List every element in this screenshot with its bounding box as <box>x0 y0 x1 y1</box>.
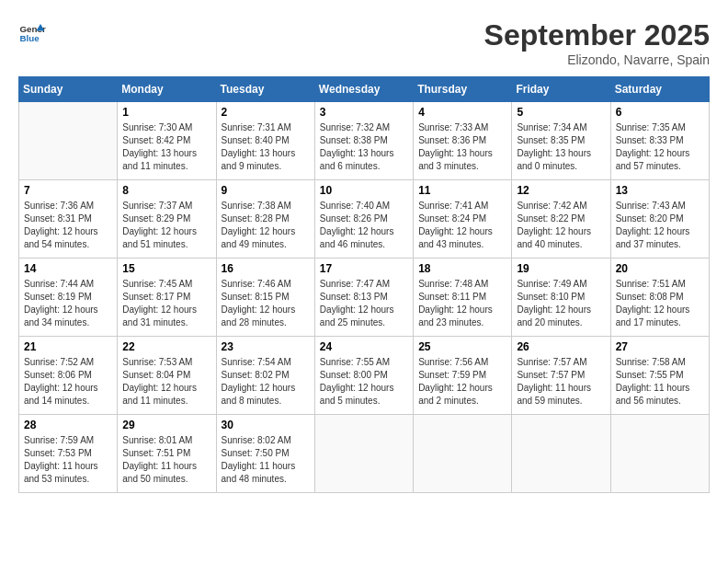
day-info: Sunrise: 7:33 AMSunset: 8:36 PMDaylight:… <box>418 121 506 173</box>
day-number: 29 <box>122 419 210 431</box>
day-info: Sunrise: 7:35 AMSunset: 8:33 PMDaylight:… <box>616 121 704 173</box>
day-info: Sunrise: 7:49 AMSunset: 8:10 PMDaylight:… <box>517 278 605 329</box>
day-number: 9 <box>222 184 310 197</box>
calendar-cell <box>414 415 512 493</box>
calendar-cell: 4Sunrise: 7:33 AMSunset: 8:36 PMDaylight… <box>414 102 512 180</box>
day-number: 4 <box>418 106 506 119</box>
day-number: 2 <box>222 106 310 119</box>
day-number: 30 <box>222 419 310 431</box>
weekday-header-monday: Monday <box>118 77 216 102</box>
day-number: 5 <box>517 106 605 119</box>
day-info: Sunrise: 8:01 AMSunset: 7:51 PMDaylight:… <box>122 434 210 486</box>
day-number: 3 <box>320 106 408 119</box>
calendar-cell <box>19 102 118 180</box>
calendar-cell: 7Sunrise: 7:36 AMSunset: 8:31 PMDaylight… <box>19 180 118 259</box>
day-number: 16 <box>222 262 310 275</box>
logo: General Blue <box>18 18 46 46</box>
calendar-cell: 29Sunrise: 8:01 AMSunset: 7:51 PMDayligh… <box>118 415 216 493</box>
day-info: Sunrise: 7:34 AMSunset: 8:35 PMDaylight:… <box>517 121 605 173</box>
month-title: September 2025 <box>484 18 710 52</box>
day-info: Sunrise: 7:38 AMSunset: 8:28 PMDaylight:… <box>222 200 310 251</box>
calendar-cell: 14Sunrise: 7:44 AMSunset: 8:19 PMDayligh… <box>19 259 118 337</box>
calendar-cell: 20Sunrise: 7:51 AMSunset: 8:08 PMDayligh… <box>610 259 709 337</box>
calendar-cell: 8Sunrise: 7:37 AMSunset: 8:29 PMDaylight… <box>118 180 216 259</box>
calendar-cell <box>314 415 413 493</box>
day-info: Sunrise: 7:54 AMSunset: 8:02 PMDaylight:… <box>222 356 310 408</box>
day-info: Sunrise: 7:46 AMSunset: 8:15 PMDaylight:… <box>222 278 310 329</box>
svg-text:Blue: Blue <box>20 33 40 43</box>
calendar-cell: 24Sunrise: 7:55 AMSunset: 8:00 PMDayligh… <box>314 337 413 415</box>
week-row-4: 21Sunrise: 7:52 AMSunset: 8:06 PMDayligh… <box>19 337 710 415</box>
week-row-2: 7Sunrise: 7:36 AMSunset: 8:31 PMDaylight… <box>19 180 710 259</box>
day-info: Sunrise: 7:47 AMSunset: 8:13 PMDaylight:… <box>320 278 408 329</box>
day-info: Sunrise: 7:59 AMSunset: 7:53 PMDaylight:… <box>24 434 112 486</box>
weekday-header-row: SundayMondayTuesdayWednesdayThursdayFrid… <box>19 77 710 102</box>
day-info: Sunrise: 7:30 AMSunset: 8:42 PMDaylight:… <box>122 121 210 173</box>
day-info: Sunrise: 7:48 AMSunset: 8:11 PMDaylight:… <box>418 278 506 329</box>
calendar-cell: 28Sunrise: 7:59 AMSunset: 7:53 PMDayligh… <box>19 415 118 493</box>
day-number: 26 <box>517 340 605 353</box>
day-number: 10 <box>320 184 408 197</box>
day-number: 8 <box>122 184 210 197</box>
day-number: 18 <box>418 262 506 275</box>
calendar-cell: 13Sunrise: 7:43 AMSunset: 8:20 PMDayligh… <box>610 180 709 259</box>
day-info: Sunrise: 7:37 AMSunset: 8:29 PMDaylight:… <box>122 200 210 251</box>
day-number: 21 <box>24 340 112 353</box>
page-header: General Blue September 2025 Elizondo, Na… <box>18 18 710 67</box>
day-info: Sunrise: 7:40 AMSunset: 8:26 PMDaylight:… <box>320 200 408 251</box>
day-number: 13 <box>616 184 704 197</box>
location: Elizondo, Navarre, Spain <box>484 52 710 67</box>
day-number: 20 <box>616 262 704 275</box>
day-number: 23 <box>222 340 310 353</box>
day-info: Sunrise: 7:45 AMSunset: 8:17 PMDaylight:… <box>122 278 210 329</box>
day-info: Sunrise: 7:43 AMSunset: 8:20 PMDaylight:… <box>616 200 704 251</box>
day-info: Sunrise: 7:36 AMSunset: 8:31 PMDaylight:… <box>24 200 112 251</box>
calendar-cell: 27Sunrise: 7:58 AMSunset: 7:55 PMDayligh… <box>610 337 709 415</box>
day-number: 1 <box>122 106 210 119</box>
day-info: Sunrise: 7:42 AMSunset: 8:22 PMDaylight:… <box>517 200 605 251</box>
calendar-cell: 23Sunrise: 7:54 AMSunset: 8:02 PMDayligh… <box>216 337 314 415</box>
week-row-3: 14Sunrise: 7:44 AMSunset: 8:19 PMDayligh… <box>19 259 710 337</box>
day-info: Sunrise: 7:51 AMSunset: 8:08 PMDaylight:… <box>616 278 704 329</box>
day-info: Sunrise: 7:41 AMSunset: 8:24 PMDaylight:… <box>418 200 506 251</box>
calendar-cell <box>512 415 610 493</box>
day-number: 28 <box>24 419 112 431</box>
calendar-cell: 3Sunrise: 7:32 AMSunset: 8:38 PMDaylight… <box>314 102 413 180</box>
weekday-header-sunday: Sunday <box>19 77 118 102</box>
calendar-cell: 15Sunrise: 7:45 AMSunset: 8:17 PMDayligh… <box>118 259 216 337</box>
day-info: Sunrise: 7:55 AMSunset: 8:00 PMDaylight:… <box>320 356 408 408</box>
calendar-cell: 16Sunrise: 7:46 AMSunset: 8:15 PMDayligh… <box>216 259 314 337</box>
day-number: 24 <box>320 340 408 353</box>
day-number: 12 <box>517 184 605 197</box>
calendar-cell: 22Sunrise: 7:53 AMSunset: 8:04 PMDayligh… <box>118 337 216 415</box>
day-number: 11 <box>418 184 506 197</box>
day-number: 22 <box>122 340 210 353</box>
day-info: Sunrise: 7:56 AMSunset: 7:59 PMDaylight:… <box>418 356 506 408</box>
day-info: Sunrise: 7:53 AMSunset: 8:04 PMDaylight:… <box>122 356 210 408</box>
day-number: 19 <box>517 262 605 275</box>
calendar-cell <box>610 415 709 493</box>
weekday-header-wednesday: Wednesday <box>314 77 413 102</box>
title-block: September 2025 Elizondo, Navarre, Spain <box>484 18 710 67</box>
calendar-cell: 5Sunrise: 7:34 AMSunset: 8:35 PMDaylight… <box>512 102 610 180</box>
calendar-cell: 26Sunrise: 7:57 AMSunset: 7:57 PMDayligh… <box>512 337 610 415</box>
calendar-cell: 25Sunrise: 7:56 AMSunset: 7:59 PMDayligh… <box>414 337 512 415</box>
day-number: 27 <box>616 340 704 353</box>
calendar-cell: 21Sunrise: 7:52 AMSunset: 8:06 PMDayligh… <box>19 337 118 415</box>
weekday-header-saturday: Saturday <box>610 77 709 102</box>
weekday-header-friday: Friday <box>512 77 610 102</box>
day-number: 6 <box>616 106 704 119</box>
calendar-cell: 12Sunrise: 7:42 AMSunset: 8:22 PMDayligh… <box>512 180 610 259</box>
calendar-cell: 19Sunrise: 7:49 AMSunset: 8:10 PMDayligh… <box>512 259 610 337</box>
calendar-cell: 6Sunrise: 7:35 AMSunset: 8:33 PMDaylight… <box>610 102 709 180</box>
day-number: 17 <box>320 262 408 275</box>
day-number: 15 <box>122 262 210 275</box>
week-row-1: 1Sunrise: 7:30 AMSunset: 8:42 PMDaylight… <box>19 102 710 180</box>
calendar-cell: 2Sunrise: 7:31 AMSunset: 8:40 PMDaylight… <box>216 102 314 180</box>
calendar-cell: 1Sunrise: 7:30 AMSunset: 8:42 PMDaylight… <box>118 102 216 180</box>
calendar-cell: 18Sunrise: 7:48 AMSunset: 8:11 PMDayligh… <box>414 259 512 337</box>
day-info: Sunrise: 7:32 AMSunset: 8:38 PMDaylight:… <box>320 121 408 173</box>
day-info: Sunrise: 7:58 AMSunset: 7:55 PMDaylight:… <box>616 356 704 408</box>
calendar-cell: 30Sunrise: 8:02 AMSunset: 7:50 PMDayligh… <box>216 415 314 493</box>
weekday-header-tuesday: Tuesday <box>216 77 314 102</box>
